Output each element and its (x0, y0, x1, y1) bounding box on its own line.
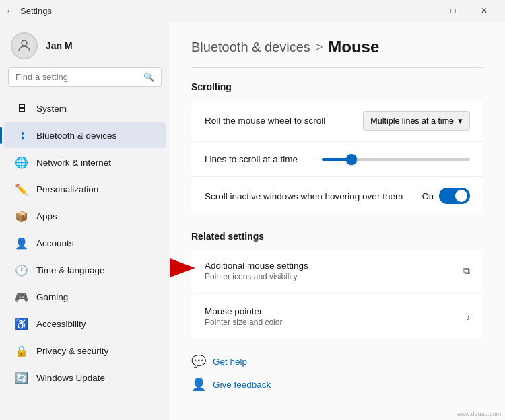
accounts-icon: 👤 (15, 236, 28, 250)
footer-links: 💬 Get help 👤 Give feedback (170, 341, 505, 405)
scrolling-section-title: Scrolling (170, 68, 505, 100)
sidebar-item-privacy-label: Privacy & security (36, 346, 108, 356)
sidebar-item-accessibility[interactable]: ♿ Accessibility (4, 311, 166, 337)
sidebar-item-windows-update-label: Windows Update (36, 373, 105, 383)
mouse-pointer-container: Mouse pointer Pointer size and color › (191, 295, 483, 338)
breadcrumb-parent[interactable]: Bluetooth & devices (191, 40, 310, 55)
additional-mouse-content: Additional mouse settings Pointer icons … (205, 260, 308, 281)
accessibility-icon: ♿ (15, 317, 28, 330)
mouse-pointer-sublabel: Pointer size and color (205, 318, 282, 327)
get-help-link[interactable]: 💬 Get help (191, 354, 483, 369)
maximize-button[interactable]: □ (438, 0, 469, 22)
related-settings-title: Related settings (170, 217, 505, 250)
get-help-label: Get help (213, 357, 247, 367)
chevron-right-icon: › (467, 312, 470, 322)
toggle-switch[interactable] (439, 188, 470, 204)
mouse-pointer-row[interactable]: Mouse pointer Pointer size and color › (191, 295, 483, 338)
roll-mouse-wheel-dropdown[interactable]: Multiple lines at a time ▾ (363, 111, 470, 131)
give-feedback-icon: 👤 (191, 377, 206, 392)
roll-mouse-wheel-row: Roll the mouse wheel to scroll Multiple … (191, 100, 483, 141)
lines-to-scroll-row: Lines to scroll at a time (191, 141, 483, 176)
sidebar-item-personalization[interactable]: ✏️ Personalization (4, 176, 166, 202)
watermark: www.deuaq.com (457, 411, 501, 417)
sidebar: Jan M 🔍 🖥 System Bluetooth & devices 🌐 N… (0, 22, 170, 420)
sidebar-item-privacy[interactable]: 🔒 Privacy & security (4, 338, 166, 363)
minimize-button[interactable]: — (407, 0, 438, 22)
search-box[interactable]: 🔍 (8, 67, 162, 87)
get-help-icon: 💬 (191, 354, 206, 369)
breadcrumb-separator: > (316, 40, 323, 55)
roll-mouse-wheel-label: Roll the mouse wheel to scroll (205, 116, 325, 126)
roll-mouse-wheel-value: Multiple lines at a time (370, 116, 454, 126)
give-feedback-label: Give feedback (213, 380, 271, 390)
svg-point-0 (22, 40, 27, 46)
system-icon: 🖥 (15, 102, 28, 115)
avatar[interactable] (11, 32, 38, 59)
sidebar-item-apps-label: Apps (36, 211, 57, 221)
bluetooth-icon (15, 129, 28, 142)
give-feedback-link[interactable]: 👤 Give feedback (191, 377, 483, 392)
breadcrumb-current: Mouse (328, 38, 379, 57)
gaming-icon: 🎮 (15, 290, 28, 304)
personalization-icon: ✏️ (15, 182, 28, 196)
slider-thumb[interactable] (346, 154, 357, 165)
toggle-on-label: On (422, 191, 434, 201)
additional-mouse-label: Additional mouse settings (205, 260, 308, 271)
sidebar-item-network[interactable]: 🌐 Network & internet (4, 149, 166, 175)
sidebar-item-network-label: Network & internet (36, 158, 111, 168)
app-body: Jan M 🔍 🖥 System Bluetooth & devices 🌐 N… (0, 22, 505, 420)
mouse-pointer-label: Mouse pointer (205, 306, 282, 316)
time-icon: 🕐 (15, 263, 28, 277)
lines-to-scroll-label: Lines to scroll at a time (205, 154, 298, 164)
sidebar-item-system-label: System (36, 104, 67, 114)
windows-update-icon: 🔄 (15, 371, 28, 384)
breadcrumb: Bluetooth & devices > Mouse (170, 22, 505, 67)
additional-mouse-row[interactable]: Additional mouse settings Pointer icons … (191, 250, 483, 292)
privacy-icon: 🔒 (15, 344, 28, 357)
external-link-icon: ⧉ (463, 265, 470, 277)
titlebar-left: ← Settings (5, 5, 52, 16)
lines-slider-container (322, 158, 470, 161)
scroll-inactive-toggle[interactable]: On (422, 188, 470, 204)
apps-icon: 📦 (15, 209, 28, 223)
titlebar-controls: — □ ✕ (407, 0, 500, 22)
sidebar-item-time-label: Time & language (36, 265, 105, 275)
app-title: Settings (20, 6, 52, 16)
main-panel: Bluetooth & devices > Mouse Scrolling Ro… (170, 22, 505, 420)
sidebar-item-windows-update[interactable]: 🔄 Windows Update (4, 365, 166, 390)
additional-mouse-container: Additional mouse settings Pointer icons … (191, 250, 483, 292)
scroll-inactive-row: Scroll inactive windows when hovering ov… (191, 176, 483, 215)
user-name: Jan M (46, 40, 73, 51)
sidebar-item-accounts-label: Accounts (36, 238, 74, 248)
dropdown-chevron-icon: ▾ (458, 116, 463, 126)
search-input[interactable] (15, 72, 138, 82)
user-section: Jan M (0, 22, 170, 67)
back-icon[interactable]: ← (5, 5, 15, 16)
titlebar: ← Settings — □ ✕ (0, 0, 505, 22)
search-icon: 🔍 (143, 72, 154, 82)
slider-track[interactable] (322, 158, 470, 161)
sidebar-item-personalization-label: Personalization (36, 184, 98, 195)
additional-mouse-sublabel: Pointer icons and visibility (205, 272, 308, 281)
sidebar-item-apps[interactable]: 📦 Apps (4, 203, 166, 229)
sidebar-item-bluetooth-label: Bluetooth & devices (36, 131, 116, 141)
scroll-inactive-label: Scroll inactive windows when hovering ov… (205, 191, 403, 201)
sidebar-item-gaming-label: Gaming (36, 292, 68, 302)
close-button[interactable]: ✕ (469, 0, 500, 22)
sidebar-item-gaming[interactable]: 🎮 Gaming (4, 284, 166, 310)
mouse-pointer-content: Mouse pointer Pointer size and color (205, 306, 282, 327)
red-arrow (170, 253, 199, 283)
sidebar-item-time[interactable]: 🕐 Time & language (4, 257, 166, 283)
network-icon: 🌐 (15, 155, 28, 169)
sidebar-item-accounts[interactable]: 👤 Accounts (4, 230, 166, 256)
sidebar-item-bluetooth[interactable]: Bluetooth & devices (4, 123, 166, 148)
sidebar-item-accessibility-label: Accessibility (36, 319, 86, 329)
sidebar-item-system[interactable]: 🖥 System (4, 96, 166, 121)
